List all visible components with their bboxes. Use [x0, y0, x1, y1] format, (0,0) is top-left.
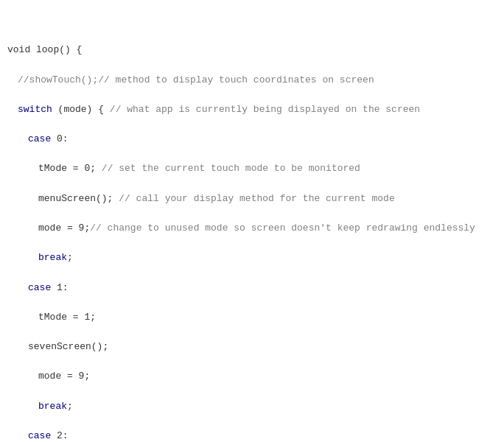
line-1: void loop() { — [7, 43, 497, 57]
line-13: break; — [7, 399, 497, 414]
line-9: case 1: — [7, 281, 497, 295]
line-2: //showTouch();// method to display touch… — [7, 73, 497, 88]
line-12: mode = 9; — [7, 369, 497, 384]
line-7: mode = 9;// change to unused mode so scr… — [7, 221, 497, 236]
code-block: void loop() { //showTouch();// method to… — [0, 7, 504, 442]
line-5: tMode = 0; // set the current touch mode… — [7, 161, 497, 176]
line-10: tMode = 1; — [7, 310, 497, 325]
line-3: switch (mode) { // what app is currently… — [7, 102, 497, 117]
line-6: menuScreen(); // call your display metho… — [7, 192, 497, 206]
line-11: sevenScreen(); — [7, 340, 497, 354]
line-8: break; — [7, 250, 497, 265]
line-14: case 2: — [7, 429, 497, 442]
line-4: case 0: — [7, 132, 497, 147]
